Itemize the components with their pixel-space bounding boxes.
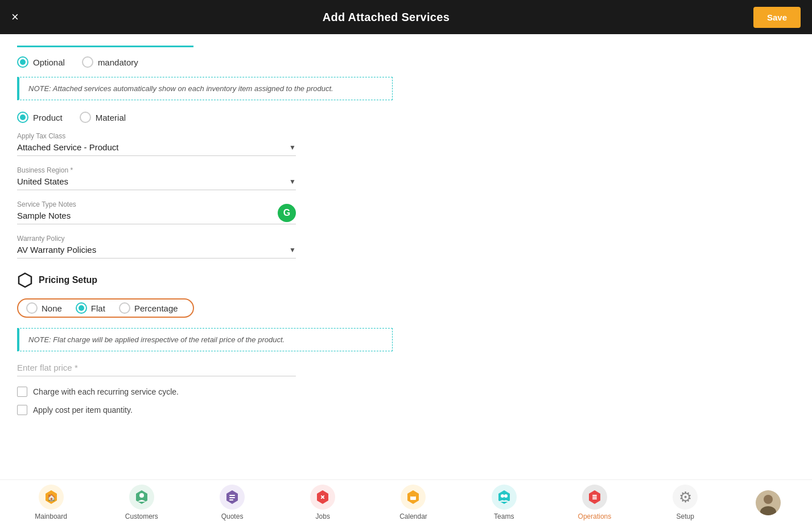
close-button[interactable]: × [11, 11, 19, 23]
setup-label: Setup [676, 512, 694, 520]
user-avatar[interactable] [756, 490, 781, 515]
svg-marker-15 [498, 490, 510, 504]
flat-charge-note: NOTE: Flat charge will be applied irresp… [17, 328, 393, 351]
optional-label: Optional [33, 58, 65, 67]
svg-rect-6 [229, 495, 235, 496]
nav-quotes[interactable]: Quotes [212, 485, 252, 520]
setup-gear-icon: ⚙ [679, 489, 692, 506]
apply-cost-checkbox[interactable] [17, 405, 27, 415]
business-region-field: Business Region * United States ▼ [17, 166, 296, 190]
product-radio-circle [17, 112, 28, 123]
nav-teams[interactable]: Teams [484, 485, 524, 520]
quotes-icon [224, 489, 240, 505]
percentage-pricing-label: Percentage [134, 303, 178, 313]
product-label: Product [33, 113, 63, 122]
warranty-policy-value: AV Warranty Policies ▼ [17, 245, 296, 259]
quotes-icon-wrap [220, 485, 245, 510]
business-region-dropdown-arrow[interactable]: ▼ [289, 178, 296, 186]
none-pricing-radio[interactable]: None [26, 302, 69, 314]
nav-mainboard[interactable]: 🏠 Mainboard [31, 485, 71, 520]
flat-pricing-circle [76, 302, 87, 314]
teams-icon-wrap [492, 485, 517, 510]
customers-icon [134, 489, 150, 505]
apply-tax-class-dropdown-arrow[interactable]: ▼ [289, 143, 296, 151]
svg-point-4 [139, 493, 144, 498]
none-pricing-circle [26, 302, 38, 314]
operations-label: Operations [578, 512, 612, 520]
nav-calendar[interactable]: Calendar [393, 485, 433, 520]
product-radio[interactable]: Product [17, 112, 63, 123]
jobs-icon [315, 489, 331, 505]
charge-recurring-checkbox[interactable] [17, 387, 27, 397]
flat-pricing-label: Flat [91, 303, 105, 313]
none-pricing-label: None [42, 303, 62, 313]
svg-marker-0 [19, 273, 31, 287]
charge-recurring-checkbox-item: Charge with each recurring service cycle… [17, 387, 795, 397]
svg-rect-14 [410, 495, 416, 497]
jobs-label: Jobs [316, 512, 330, 520]
save-button[interactable]: Save [753, 7, 801, 28]
apply-tax-class-field: Apply Tax Class Attached Service - Produ… [17, 132, 296, 156]
header-title: Add Attached Services [323, 11, 450, 24]
nav-jobs[interactable]: Jobs [303, 485, 343, 520]
apply-tax-class-value: Attached Service - Product ▼ [17, 142, 296, 156]
business-region-label: Business Region * [17, 166, 296, 174]
mainboard-icon-wrap: 🏠 [39, 485, 64, 510]
optional-radio[interactable]: Optional [17, 56, 65, 68]
calendar-icon [405, 489, 421, 505]
setup-icon-wrap: ⚙ [673, 485, 698, 510]
mandatory-radio-circle [82, 56, 93, 68]
customers-icon-wrap [129, 485, 154, 510]
flat-price-input[interactable] [17, 363, 296, 376]
svg-point-23 [760, 506, 776, 515]
mandatory-radio[interactable]: mandatory [82, 56, 138, 68]
svg-rect-7 [229, 497, 235, 498]
svg-point-22 [764, 495, 773, 504]
mainboard-label: Mainboard [35, 512, 67, 520]
nav-customers[interactable]: Customers [122, 485, 162, 520]
app-header: × Add Attached Services Save [0, 0, 812, 34]
avatar-figure [756, 490, 781, 515]
nav-setup[interactable]: ⚙ Setup [665, 485, 705, 520]
svg-point-16 [501, 494, 504, 498]
warranty-policy-field: Warranty Policy AV Warranty Policies ▼ [17, 235, 296, 259]
service-type-notes-label: Service Type Notes [17, 200, 296, 208]
mandatory-label: mandatory [98, 58, 138, 67]
material-label: Material [96, 113, 126, 122]
customers-label: Customers [125, 512, 158, 520]
pricing-setup-title: Pricing Setup [39, 275, 97, 285]
apply-cost-label: Apply cost per item quantity. [33, 405, 133, 415]
operations-icon [587, 489, 603, 505]
apply-cost-checkbox-item: Apply cost per item quantity. [17, 405, 795, 415]
attached-services-note: NOTE: Attached services automatically sh… [17, 77, 393, 100]
calendar-icon-wrap [401, 485, 426, 510]
svg-text:🏠: 🏠 [47, 493, 55, 502]
service-type-notes-input[interactable] [17, 211, 296, 224]
bottom-navigation: 🏠 Mainboard Customers Quotes [0, 479, 812, 525]
charge-recurring-label: Charge with each recurring service cycle… [33, 387, 179, 396]
nav-operations[interactable]: Operations [575, 485, 615, 520]
teams-icon [496, 489, 512, 505]
material-radio-circle [80, 112, 91, 123]
svg-rect-20 [592, 497, 597, 498]
svg-rect-8 [229, 499, 233, 501]
percentage-pricing-radio[interactable]: Percentage [112, 302, 185, 314]
service-type-notes-wrapper: G [17, 211, 296, 224]
mainboard-icon: 🏠 [43, 489, 59, 505]
grammarly-icon: G [278, 204, 296, 222]
warranty-policy-dropdown-arrow[interactable]: ▼ [289, 246, 296, 254]
optional-mandatory-group: Optional mandatory [17, 56, 795, 68]
apply-tax-class-label: Apply Tax Class [17, 132, 296, 140]
pricing-setup-heading: Pricing Setup [17, 272, 795, 288]
flat-pricing-radio[interactable]: Flat [69, 302, 112, 314]
business-region-value: United States ▼ [17, 177, 296, 190]
top-partial-section [17, 43, 193, 47]
operations-icon-wrap [582, 485, 607, 510]
quotes-label: Quotes [221, 512, 244, 520]
jobs-icon-wrap [310, 485, 335, 510]
svg-rect-19 [592, 495, 597, 496]
hexagon-icon [17, 272, 33, 288]
service-type-notes-field: Service Type Notes G [17, 200, 296, 224]
product-material-group: Product Material [17, 112, 795, 123]
material-radio[interactable]: Material [80, 112, 126, 123]
